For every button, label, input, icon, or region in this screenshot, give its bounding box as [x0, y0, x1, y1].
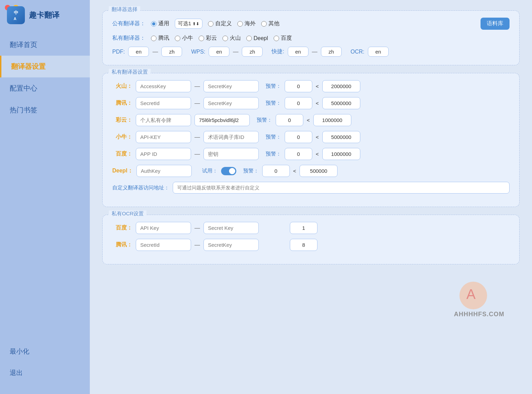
sidebar-item-config-center-label: 配置中心 — [10, 84, 37, 92]
radio-overseas[interactable]: 海外 — [237, 20, 256, 27]
pdf-to-input[interactable] — [161, 47, 182, 57]
xiaoniu-warn-input[interactable] — [285, 131, 312, 143]
baidu-ocr-row: 百度： — — [112, 222, 510, 234]
lang-row: PDF: — WPS: — 快捷: — OCR: — [112, 47, 510, 57]
sidebar-item-translator-settings-label: 翻译器设置 — [11, 63, 46, 70]
pdf-from-input[interactable] — [128, 47, 149, 57]
radio-baidu[interactable]: 百度 — [274, 35, 292, 42]
public-translator-row: 公有翻译器： 通用 可选1 ⬆⬇ 自定义 海外 其他 语料库 — [112, 18, 510, 30]
public-translator-label: 公有翻译器： — [112, 20, 145, 27]
radio-tongyong-label: 通用 — [158, 20, 169, 27]
tencent-ocr-secret-id[interactable] — [136, 239, 191, 251]
deepl-limit-input[interactable] — [300, 165, 338, 177]
caiyun-token-input[interactable] — [136, 114, 191, 126]
deepl-auth-key[interactable] — [136, 165, 192, 177]
radio-xiaoniu-input[interactable] — [175, 36, 180, 41]
radio-caiyun[interactable]: 彩云 — [199, 35, 217, 42]
sidebar-item-home-label: 翻译首页 — [10, 41, 37, 48]
baidu-secret-key[interactable] — [203, 148, 259, 160]
radio-tencent[interactable]: 腾讯 — [151, 35, 169, 42]
corpus-button[interactable]: 语料库 — [481, 18, 510, 30]
baidu-ocr-api-key[interactable] — [136, 222, 191, 234]
ocr-label: OCR: — [351, 49, 364, 55]
wps-to-input[interactable] — [242, 47, 263, 57]
ocr-input[interactable] — [368, 47, 389, 57]
sidebar-item-home[interactable]: 翻译首页 — [0, 34, 90, 56]
radio-other-label: 其他 — [268, 20, 279, 27]
radio-tongyong-input[interactable] — [151, 21, 156, 27]
sidebar-item-exit[interactable]: 退出 — [0, 362, 90, 384]
baidu-ocr-warn-input[interactable] — [290, 222, 317, 234]
radio-caiyun-label: 彩云 — [206, 35, 217, 42]
radio-tencent-input[interactable] — [151, 36, 156, 41]
huoshan-label: 火山： — [112, 83, 132, 90]
xiaoniu-label: 小牛： — [112, 133, 132, 141]
radio-caiyun-input[interactable] — [199, 36, 204, 41]
sidebar-item-config-center[interactable]: 配置中心 — [0, 77, 90, 99]
sidebar-bottom: 最小化 退出 — [0, 334, 90, 394]
radio-deepl-label: Deepl — [254, 35, 268, 41]
app-name: 趣卡翻译 — [29, 10, 59, 20]
radio-tongyong[interactable]: 通用 — [151, 20, 169, 27]
radio-baidu-input[interactable] — [274, 36, 279, 41]
baidu-translate-label: 百度： — [112, 150, 132, 158]
quick-from-input[interactable] — [288, 47, 308, 57]
radio-overseas-input[interactable] — [237, 21, 243, 27]
tencent-ocr-secret-key[interactable] — [203, 239, 259, 251]
quick-dash: — — [312, 49, 317, 55]
xiaoniu-warn-label: 预警： — [266, 134, 281, 140]
xiaoniu-limit-input[interactable] — [322, 131, 360, 143]
private-ocr-settings-title: 私有OCR设置 — [109, 210, 146, 217]
sidebar-item-bookmarks-label: 热门书签 — [10, 106, 37, 114]
quick-to-input[interactable] — [321, 47, 342, 57]
radio-other-input[interactable] — [261, 21, 267, 27]
huoshan-access-key[interactable] — [136, 80, 191, 92]
xiaoniu-api-key[interactable] — [136, 131, 191, 143]
radio-huoshan-input[interactable] — [222, 36, 228, 41]
select-optional1-label: 可选1 — [178, 20, 191, 27]
custom-url-input[interactable] — [173, 182, 510, 194]
xiaoniu-row: 小牛： — 预警： < — [112, 131, 510, 143]
huoshan-secret-key[interactable] — [203, 80, 259, 92]
caiyun-label: 彩云： — [112, 116, 132, 124]
radio-deepl-input[interactable] — [246, 36, 252, 41]
baidu-warn-input[interactable] — [285, 148, 312, 160]
radio-custom[interactable]: 自定义 — [208, 20, 232, 27]
radio-deepl[interactable]: Deepl — [246, 35, 268, 41]
pdf-label: PDF: — [112, 49, 125, 55]
deepl-label: Deepl： — [112, 167, 133, 175]
xiaoniu-dict-id[interactable] — [203, 131, 259, 143]
deepl-warn-input[interactable] — [262, 165, 290, 177]
sidebar-item-bookmarks[interactable]: 热门书签 — [0, 99, 90, 121]
radio-xiaoniu-label: 小牛 — [182, 35, 193, 42]
tencent-secret-key[interactable] — [203, 97, 259, 109]
wps-from-input[interactable] — [209, 47, 229, 57]
caiyun-value-input[interactable] — [194, 114, 250, 126]
translator-selector-title: 翻译器选择 — [109, 6, 140, 13]
radio-tencent-label: 腾讯 — [158, 35, 169, 42]
tencent-secret-id[interactable] — [136, 97, 191, 109]
baidu-ocr-secret-key[interactable] — [203, 222, 259, 234]
select-optional1[interactable]: 可选1 ⬆⬇ — [175, 19, 202, 29]
huoshan-warn-input[interactable] — [285, 80, 312, 92]
baidu-app-id[interactable] — [136, 148, 191, 160]
tencent-limit-input[interactable] — [322, 97, 360, 109]
tencent-row: 腾讯： — 预警： < — [112, 97, 510, 109]
custom-url-label: 自定义翻译器访问地址： — [112, 185, 169, 191]
radio-huoshan[interactable]: 火山 — [222, 35, 241, 42]
sidebar-item-translator-settings[interactable]: 翻译器设置 — [0, 56, 90, 77]
caiyun-warn-input[interactable] — [276, 114, 303, 126]
radio-custom-input[interactable] — [208, 21, 213, 27]
sidebar-item-minimize[interactable]: 最小化 — [0, 341, 90, 362]
deepl-trial-toggle[interactable] — [221, 167, 236, 175]
huoshan-row: 火山： — 预警： < — [112, 80, 510, 92]
caiyun-limit-input[interactable] — [313, 114, 351, 126]
tencent-warn-input[interactable] — [285, 97, 312, 109]
radio-other[interactable]: 其他 — [261, 20, 279, 27]
baidu-limit-input[interactable] — [322, 148, 360, 160]
baidu-ocr-label: 百度： — [112, 224, 132, 232]
huoshan-limit-input[interactable] — [322, 80, 360, 92]
radio-xiaoniu[interactable]: 小牛 — [175, 35, 193, 42]
tencent-ocr-warn-input[interactable] — [290, 239, 317, 251]
tencent-label: 腾讯： — [112, 100, 132, 107]
